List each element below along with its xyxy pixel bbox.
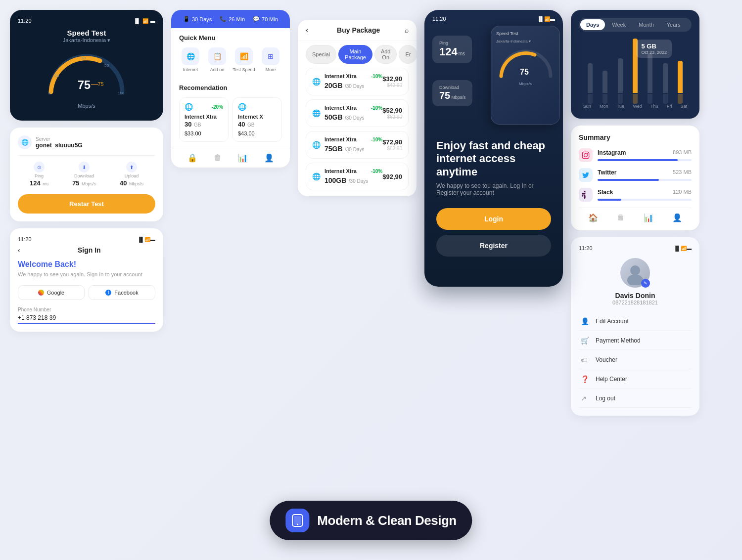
bar-thu [648,53,652,104]
pkg-icon-4: 🌐 [312,172,321,180]
nav-trash[interactable]: 🗑 [214,153,222,163]
phone-input[interactable]: +1 873 218 39 [18,314,155,324]
summary-nav-home[interactable]: 🏠 [588,213,598,222]
hero-card: 11:20 ▐▌📶▬ Speed Test Jakarta-Indonesia … [424,10,563,287]
twitter-icon [579,168,593,182]
tab-years[interactable]: Years [661,19,687,30]
gauge-unit: Mbps/s [18,103,155,109]
logout-icon: ↗ [581,394,591,402]
svg-rect-9 [582,152,589,158]
welcome-text: Welcome Back! [18,260,155,269]
bp-header: ‹ Buy Package ⌕ [298,20,417,41]
svg-point-11 [587,153,588,154]
metrics-row: ⊙ Ping 124 ms ⬇ Download 75 Mbps/s [18,162,155,187]
profile-menu-edit[interactable]: 👤 Edit Account [579,312,692,331]
svg-text:75: 75 [520,68,529,76]
svg-point-10 [584,154,588,157]
menu-more[interactable]: ⊞ More [259,47,282,72]
hero-visual-area: Speed Test Jakarta-Indonesia ▾ 75 Mbps/s… [432,26,555,134]
nav-home[interactable]: 🔒 [187,153,197,163]
menu-internet[interactable]: 🌐 Internet [179,47,202,72]
pkg-icon-1: 🌐 [312,78,321,86]
chart-card: Days Week Month Years 5 GB Oct 23, 2022 [571,10,699,119]
welcome-sub: We happy to see you again. Sign In to yo… [18,271,155,278]
signin-back-btn[interactable]: ‹ [18,246,20,254]
facebook-icon: f [105,290,111,296]
rec-cards: 🌐 -20% Internet Xtra 30 GB $33.00 🌐 [179,97,282,142]
col-3: ‹ Buy Package ⌕ Special Main Package Add… [298,20,417,196]
nav-user[interactable]: 👤 [264,153,274,163]
tab-week[interactable]: Week [606,19,632,30]
tab-days[interactable]: Days [580,19,605,30]
provider-card: 📱30 Days 📞26 Min 💬70 Min Quick Menu 🌐 In… [171,10,290,168]
package-item-2[interactable]: 🌐 Internet Xtra -10% 50GB /30 Days [306,99,409,127]
col-2: 📱30 Days 📞26 Min 💬70 Min Quick Menu 🌐 In… [171,10,290,168]
google-signin-btn[interactable]: Google [18,285,85,300]
menu-addon[interactable]: 📋 Add on [206,47,229,72]
hero-login-btn[interactable]: Login [436,208,551,230]
svg-point-16 [297,524,298,525]
download-metric: ⬇ Download 75 Mbps/s [72,162,96,187]
toast-text: Modern & Clean Design [317,513,456,528]
instagram-icon [579,148,593,162]
chart-tabs: Days Week Month Years [579,18,692,32]
status-bar-speed: 11:20 ▐▌ 📶 ▬ [18,18,155,24]
facebook-signin-btn[interactable]: f Facebook [89,285,155,300]
twitter-progress [598,179,659,181]
svg-text:100: 100 [118,91,125,95]
package-item-1[interactable]: 🌐 Internet Xtra -10% 20GB /30 Days [306,68,409,95]
server-icon: 🌐 [18,135,32,149]
summary-title: Summary [579,133,692,141]
profile-menu-voucher[interactable]: 🏷 Voucher [579,351,692,369]
bp-back-btn[interactable]: ‹ [306,26,308,35]
profile-phone: 087221828181821 [612,300,658,305]
avatar-edit-btn[interactable]: ✎ [641,279,650,288]
voucher-icon: 🏷 [581,356,591,364]
bar-tue [618,58,623,104]
status-icons: ▐▌ 📶 ▬ [134,18,155,24]
profile-name: Davis Donin [615,292,655,300]
summary-nav-trash[interactable]: 🗑 [617,213,625,222]
pkg-icon-2: 🌐 [312,109,321,117]
testspeed-icon: 📶 [235,47,253,65]
tab-26min[interactable]: 📞26 Min [220,16,245,22]
tab-addon[interactable]: Add On [374,45,397,64]
package-item-4[interactable]: 🌐 Internet Xtra -10% 100GB /30 Days [306,163,409,190]
help-icon: ❓ [581,375,591,383]
upload-icon: ⬆ [126,162,137,172]
tab-30days[interactable]: 📱30 Days [183,16,212,22]
addon-icon: 📋 [208,47,226,65]
svg-text:0: 0 [48,91,51,95]
summary-card: Summary Instagram 893 MB [571,126,699,230]
tab-70min[interactable]: 💬70 Min [253,16,278,22]
ping-icon: ⊙ [34,162,45,172]
hero-sub: We happy to see tou again. Log In or Reg… [436,182,551,196]
svg-point-12 [630,265,640,275]
menu-testspeed[interactable]: 📶 Test Speed [232,47,255,72]
payment-icon: 🛒 [581,337,591,345]
chart-area-container: 5 GB Oct 23, 2022 [579,40,692,109]
bp-search-btn[interactable]: ⌕ [405,26,409,34]
hero-title: Enjoy fast and cheap internet access any… [436,139,551,178]
main-container: 11:20 ▐▌ 📶 ▬ Speed Test Jakarta-Indonesi… [0,0,742,560]
toast-bar: Modern & Clean Design [270,501,472,540]
tab-month[interactable]: Month [633,19,660,30]
profile-menu-logout[interactable]: ↗ Log out [579,389,692,408]
package-item-3[interactable]: 🌐 Internet Xtra -10% 75GB /30 Days [306,131,409,159]
summary-nav-user[interactable]: 👤 [672,213,682,222]
hero-register-btn[interactable]: Register [436,235,551,257]
tab-main-package[interactable]: Main Package [338,45,372,64]
profile-avatar-section: ✎ Davis Donin 087221828181821 [579,258,692,305]
provider-header: 📱30 Days 📞26 Min 💬70 Min [171,10,290,28]
social-buttons: Google f Facebook [18,285,155,300]
retest-button[interactable]: Restar Test [18,194,155,214]
profile-menu-payment[interactable]: 🛒 Payment Method [579,332,692,350]
tab-special[interactable]: Special [306,45,336,64]
bar-chart [579,40,692,104]
profile-menu-help[interactable]: ❓ Help Center [579,370,692,388]
summary-nav-chart[interactable]: 📊 [644,213,653,222]
buy-package-card: ‹ Buy Package ⌕ Special Main Package Add… [298,20,417,196]
signin-nav: ‹ Sign In [18,246,155,254]
nav-chart[interactable]: 📊 [238,153,248,163]
tab-er[interactable]: Er [399,45,417,64]
